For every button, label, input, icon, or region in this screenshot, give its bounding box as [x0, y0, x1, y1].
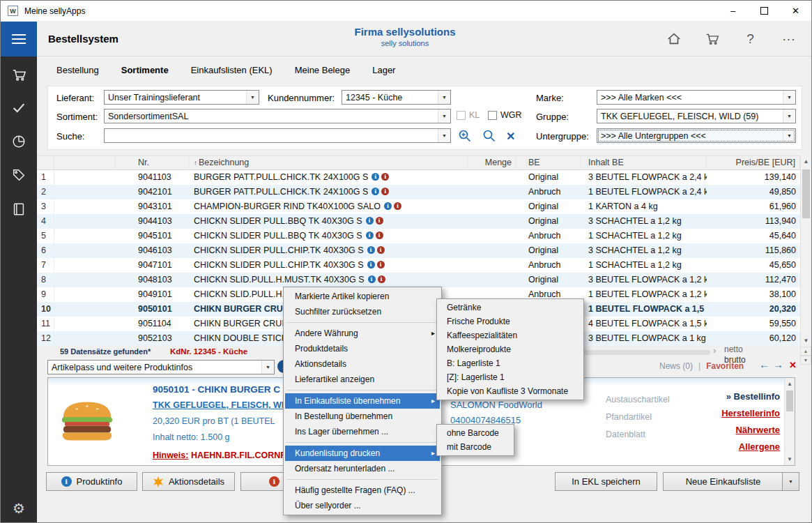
column-header-bezeichnung[interactable]: ↑Bezeichnung [189, 156, 468, 169]
aktionsdetails-button[interactable]: Aktionsdetails [142, 472, 235, 491]
print-menu-item[interactable]: mit Barcode [438, 440, 512, 454]
close-button[interactable]: ✕ [780, 1, 811, 22]
shopping-list-menu-item[interactable]: Kopie von Kaufliste 3 Vormonate [438, 384, 582, 398]
produktinfo-button[interactable]: iProduktinfo [46, 472, 137, 491]
detail-link[interactable]: Nährwerte [656, 422, 780, 439]
context-menu-item[interactable]: Produktdetails ▸ [285, 341, 440, 356]
context-menu-item[interactable]: Markierte Artikel kopieren ▸ [285, 289, 440, 304]
column-header-be[interactable]: BE [527, 156, 581, 169]
detail-group-link[interactable]: TKK GEFLUEGEL, FLEISCH, WILD [153, 400, 296, 410]
alert-info-icon[interactable]: i [381, 173, 389, 181]
shopping-list-menu-item[interactable]: Frische Produkte [438, 314, 582, 328]
context-menu-item[interactable]: In Bestellung übernehmen ▸ [285, 409, 440, 424]
tab[interactable]: Lager [372, 63, 395, 78]
nav-pricetag-button[interactable] [10, 167, 27, 183]
tab[interactable]: Einkaufslisten (EKL) [191, 63, 273, 78]
advanced-search-button[interactable] [457, 128, 473, 144]
maximize-button[interactable] [749, 1, 780, 22]
news-link[interactable]: News (0) [659, 361, 693, 371]
table-row[interactable]: 5 9045101 CHICKN SLIDER PULL.BBQ TK 40X3… [37, 229, 800, 243]
context-menu-item[interactable]: In Einkaufsliste übernehmen ▸ [285, 393, 440, 409]
info-icon[interactable]: i [368, 275, 376, 283]
sortiment-dropdown[interactable]: SondersortimentSAL▼ [104, 109, 451, 123]
context-menu-item[interactable]: Über sellyorder ... ▸ [285, 498, 440, 513]
gruppe-dropdown[interactable]: TKK GEFLUEGEL, FLEISCH, WILD (59)▼ [597, 109, 796, 123]
context-menu-item[interactable]: Ins Lager übernehmen ... ▸ [285, 424, 440, 439]
search-button[interactable] [482, 128, 497, 144]
chevron-down-icon[interactable]: ▼ [782, 473, 799, 490]
marke-dropdown[interactable]: >>> Alle Marken <<<▼ [597, 90, 796, 105]
row-spinner[interactable]: ▲ ▼ [800, 347, 811, 365]
favorites-link[interactable]: Favoriten [706, 361, 744, 371]
more-button[interactable]: ··· [769, 22, 808, 56]
spin-up-icon[interactable]: ▲ [800, 347, 811, 356]
spin-down-icon[interactable]: ▼ [800, 356, 811, 365]
nav-cart-button[interactable] [10, 66, 27, 83]
expander-icon[interactable]: › [713, 345, 716, 356]
column-header-nr[interactable]: Nr. [116, 156, 189, 169]
scroll-up-icon[interactable]: ▲ [785, 378, 795, 390]
untergruppe-dropdown[interactable]: >>> Alle Untergruppen <<<▼ [597, 128, 796, 143]
info-icon[interactable]: i [366, 232, 374, 239]
table-row[interactable]: 8 9048103 CHICKN SLID.PULL.H.MUST.TK 40X… [37, 273, 800, 287]
table-row[interactable]: 1 9041103 BURGER PATT.PULL.CHICK.TK 24X1… [37, 170, 800, 185]
scrollbar-thumb[interactable] [802, 169, 810, 218]
scroll-down-icon[interactable]: ▼ [801, 335, 811, 347]
tab[interactable]: Meine Belege [295, 63, 351, 78]
tab[interactable]: Sortimente [121, 63, 169, 78]
column-header-preis[interactable]: Preis/BE [EUR] [707, 156, 800, 169]
kundennummer-dropdown[interactable]: 12345 - Küche▼ [342, 90, 451, 105]
context-menu-item[interactable]: Kundenlistung drucken ▸ [285, 446, 440, 461]
table-row[interactable]: 4 9044103 CHICKN SLIDER PULL.BBQ TK 40X3… [37, 214, 800, 229]
nav-statistics-button[interactable] [10, 133, 27, 150]
hamburger-menu-button[interactable] [1, 22, 37, 56]
scrollbar-thumb[interactable] [786, 391, 793, 411]
in-ekl-speichern-button[interactable]: In EKL speichern [555, 472, 657, 491]
shopping-list-menu-item[interactable]: [Z]: Lagerliste 1 [438, 370, 582, 384]
cart-button[interactable] [693, 22, 731, 56]
context-menu-item[interactable]: Lieferartikel anzeigen ▸ [285, 372, 440, 387]
info-icon[interactable]: i [371, 173, 379, 181]
table-row[interactable]: 3 9043101 CHAMPION-BURGER RIND TK40X100G… [37, 199, 800, 214]
minimize-button[interactable]: – [717, 1, 749, 22]
column-header-menge[interactable]: Menge [468, 156, 516, 169]
alert-info-icon[interactable]: i [378, 275, 385, 283]
alert-info-icon[interactable]: i [377, 246, 385, 254]
table-row[interactable]: 2 9042101 BURGER PATT.PULL.CHICK.TK 24X1… [37, 185, 800, 199]
detail-link[interactable]: » Bestellinfo [656, 388, 780, 405]
shopping-list-menu-item[interactable]: Getränke [438, 301, 582, 314]
nav-checkmark-button[interactable] [10, 100, 27, 116]
table-row[interactable]: 7 9047101 CHICKN SLIDER PULL.CHIP.TK 40X… [37, 258, 800, 273]
scroll-down-icon[interactable]: ▼ [785, 453, 795, 465]
column-header-inhalt[interactable]: Inhalt BE [588, 156, 707, 169]
info-icon[interactable]: i [367, 246, 375, 254]
shopping-list-menu-item[interactable]: Molkereiprodukte [438, 342, 582, 356]
wgr-checkbox[interactable] [488, 111, 497, 120]
detail-scrollbar[interactable]: ▲ ▼ [784, 378, 795, 465]
table-scrollbar[interactable]: ▲ ▼ [800, 156, 811, 347]
context-menu-item[interactable]: Suchfilter zurücksetzen ▸ [285, 304, 440, 319]
alert-info-icon[interactable]: i [381, 188, 389, 195]
shopping-list-menu-item[interactable]: B: Lagerliste 1 [438, 356, 582, 370]
tab[interactable]: Bestellung [56, 63, 99, 78]
alert-info-icon[interactable]: i [394, 202, 401, 210]
neue-einkaufsliste-button[interactable]: Neue Einkaufsliste ▼ [663, 472, 799, 491]
lieferant-dropdown[interactable]: Unser Trainingslieferant▼ [104, 90, 259, 105]
detail-link[interactable]: Allergene [656, 439, 780, 455]
clear-search-button[interactable]: ✕ [506, 130, 515, 143]
info-icon[interactable]: i [371, 188, 379, 195]
alert-info-icon[interactable]: i [376, 217, 383, 225]
close-panel-icon[interactable]: ✕ [789, 360, 797, 370]
next-arrow-icon[interactable]: → [773, 358, 783, 370]
print-menu-item[interactable]: ohne Barcode [438, 426, 512, 440]
scroll-up-icon[interactable]: ▲ [801, 156, 811, 167]
context-menu-item[interactable]: Aktionsdetails ▸ [285, 356, 440, 372]
settings-button[interactable]: ⚙ [10, 500, 27, 517]
info-icon[interactable]: i [366, 217, 374, 225]
help-button[interactable]: ? [731, 22, 769, 56]
nav-catalog-button[interactable] [10, 201, 27, 218]
previous-arrow-icon[interactable]: ← [759, 358, 769, 370]
context-menu-item[interactable]: Andere Währung ▸ [285, 326, 440, 341]
info-icon[interactable]: i [367, 261, 375, 268]
alert-info-icon[interactable]: i [376, 232, 383, 239]
